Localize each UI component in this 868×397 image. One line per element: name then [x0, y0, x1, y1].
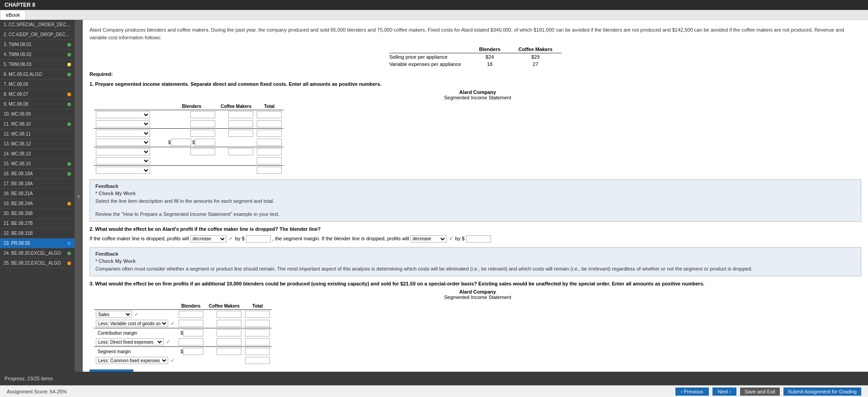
row6-select[interactable]: SalesVariable expensesContribution margi…: [96, 157, 150, 164]
table-row: Sales ✓: [94, 310, 272, 319]
feedback1-check: * Check My Work: [95, 191, 855, 196]
sidebar-item-4[interactable]: 4. TMM.08.02: [0, 50, 75, 60]
save-exit-button[interactable]: Save and Exit: [740, 388, 780, 396]
row4-select[interactable]: SalesVariable expensesContribution margi…: [96, 139, 150, 146]
sidebar-item-12[interactable]: 12. MC.08.11: [0, 129, 75, 139]
sidebar-item-24[interactable]: 24. BE.08.20.EXCEL_ALGO: [0, 248, 75, 258]
table-row: SalesVariable expensesContribution margi…: [94, 147, 283, 157]
footer-bar: Assignment Score: 54.25% ‹ Previous Next…: [0, 385, 868, 397]
row3-total[interactable]: [257, 130, 282, 137]
row3-select[interactable]: SalesVariable expensesContribution margi…: [96, 130, 150, 137]
th3-blenders: Blenders: [177, 303, 205, 310]
submit-button[interactable]: Submit Assignment for Grading: [783, 388, 861, 396]
seg-table-3-wrapper: Alard Company Segmented Income Statement…: [94, 289, 861, 365]
sidebar-item-2[interactable]: 2. CC.KEEP_OR_DROP_DEC...: [0, 30, 75, 40]
q3-row2-coffee[interactable]: [217, 320, 241, 327]
q3-row4-coffee[interactable]: [217, 338, 241, 346]
question2-header: 2. What would the effect be on Alard's p…: [90, 226, 861, 232]
q3-row3-total[interactable]: [245, 329, 270, 336]
chapter-title: CHAPTER 8: [5, 2, 35, 8]
q3-row1-coffee[interactable]: [217, 311, 241, 318]
sidebar-item-8[interactable]: 8. MC.08.07: [0, 89, 75, 99]
ebook-tab[interactable]: eBook: [0, 10, 26, 20]
row5-blenders[interactable]: [190, 148, 215, 155]
row3-blenders[interactable]: [190, 130, 215, 137]
sidebar-item-19[interactable]: 19. BE.08.24A: [0, 199, 75, 209]
q3-row4-total[interactable]: [245, 338, 270, 346]
sidebar-item-21[interactable]: 21. BE.08.27B: [0, 219, 75, 229]
q3-row2-blenders[interactable]: [179, 320, 203, 327]
q3-row4-select[interactable]: Less: Direct fixed expenses: [96, 338, 164, 346]
sidebar-item-9[interactable]: 9. MC.08.08: [0, 99, 75, 109]
sidebar-item-16[interactable]: 16. BE.08.18A: [0, 169, 75, 179]
info-row2-blenders: 18: [470, 61, 509, 68]
row1-coffee[interactable]: [228, 111, 253, 118]
q3-row1-total[interactable]: [245, 311, 270, 318]
row1-total[interactable]: [257, 111, 282, 118]
row1-blenders[interactable]: [190, 111, 215, 118]
row6-total[interactable]: [257, 157, 282, 164]
row5-total[interactable]: [257, 148, 282, 155]
q2-dropdown2[interactable]: decreaseincrease: [410, 235, 447, 243]
q3-seg-margin-label: Segment margin: [94, 347, 177, 356]
sidebar: 1. CC.SPECIAL_ORDER_DEC...2. CC.KEEP_OR_…: [0, 20, 75, 372]
previous-button[interactable]: ‹ Previous: [675, 388, 708, 396]
row4-blenders[interactable]: [171, 139, 191, 146]
table-row: SalesVariable expensesContribution margi…: [94, 156, 283, 166]
q3-row5-total[interactable]: [245, 348, 270, 355]
sidebar-item-23[interactable]: 23. PR.08.55: [0, 238, 75, 248]
q3-row2-select[interactable]: Less: Variable cost of goods sold: [96, 320, 168, 327]
check-work-area: Check My Work: [90, 369, 861, 372]
q3-row3-blenders[interactable]: [183, 329, 203, 336]
q3-row5-coffee[interactable]: [217, 348, 241, 355]
sidebar-item-18[interactable]: 18. BE.08.21A: [0, 189, 75, 199]
sidebar-item-11[interactable]: 11. MC.08.10: [0, 119, 75, 129]
row4-coffee[interactable]: [195, 139, 215, 146]
company-name-3: Alard Company: [94, 289, 861, 294]
next-button[interactable]: Next ›: [712, 388, 736, 396]
sidebar-item-6[interactable]: 6. MC.08.02.ALGO: [0, 70, 75, 79]
row1-select[interactable]: SalesVariable expensesContribution margi…: [96, 111, 150, 118]
table-row: Less: Direct fixed expenses ✓: [94, 337, 272, 347]
q3-row1-select[interactable]: Sales: [96, 311, 132, 318]
sidebar-item-22[interactable]: 22. BE.08.31B: [0, 229, 75, 238]
q2-dropdown1[interactable]: decreaseincrease: [190, 235, 226, 243]
row4-total[interactable]: [257, 139, 282, 146]
q3-row1-blenders[interactable]: [179, 311, 203, 318]
q3-row6-total[interactable]: [245, 357, 270, 364]
row2-coffee[interactable]: [228, 120, 253, 127]
main-content: Alard Company produces blenders and coff…: [83, 20, 868, 372]
q3-row6-select[interactable]: Less: Common fixed expenses: [96, 357, 168, 364]
table-row: SalesVariable expensesContribution margi…: [94, 119, 283, 129]
q3-row5-blenders[interactable]: [183, 348, 203, 355]
q2-input1[interactable]: [246, 235, 271, 243]
check-work-button[interactable]: Check My Work: [90, 369, 133, 372]
sidebar-item-3[interactable]: 3. TMM.08.01: [0, 40, 75, 50]
row2-total[interactable]: [257, 120, 282, 127]
q3-row3-coffee[interactable]: [217, 329, 241, 336]
sidebar-item-13[interactable]: 13. MC.08.12: [0, 139, 75, 149]
table-row: Less: Common fixed expenses ✓: [94, 356, 272, 365]
sidebar-item-15[interactable]: 15. MC.08.15: [0, 159, 75, 169]
q2-input2[interactable]: [466, 235, 491, 243]
q3-row2-total[interactable]: [245, 320, 270, 327]
seg-table-3: Blenders Coffee Makers Total Sales ✓: [94, 303, 272, 365]
sidebar-item-20[interactable]: 20. BE.08.26B: [0, 209, 75, 219]
sidebar-item-17[interactable]: 17. BE.08.18A: [0, 179, 75, 189]
row2-select[interactable]: SalesVariable expensesContribution margi…: [96, 120, 150, 127]
row7-total[interactable]: [257, 167, 282, 174]
sidebar-item-5[interactable]: 5. TMM.08.03: [0, 60, 75, 70]
collapse-button[interactable]: ‹: [75, 20, 83, 372]
sidebar-item-7[interactable]: 7. MC.08.06: [0, 79, 75, 89]
row5-select[interactable]: SalesVariable expensesContribution margi…: [96, 148, 150, 155]
row7-select[interactable]: SalesVariable expensesContribution margi…: [96, 167, 150, 174]
sidebar-item-14[interactable]: 14. MC.08.13: [0, 149, 75, 159]
q3-row4-blenders[interactable]: [179, 338, 203, 346]
sidebar-dot-5: [67, 63, 71, 66]
row5-coffee[interactable]: [228, 148, 253, 155]
row3-coffee[interactable]: [228, 130, 253, 137]
sidebar-item-10[interactable]: 10. MC.08.09: [0, 109, 75, 119]
sidebar-item-25[interactable]: 25. BE.08.22.EXCEL_ALGO: [0, 258, 75, 268]
sidebar-item-1[interactable]: 1. CC.SPECIAL_ORDER_DEC...: [0, 20, 75, 30]
row2-blenders[interactable]: [190, 120, 215, 127]
